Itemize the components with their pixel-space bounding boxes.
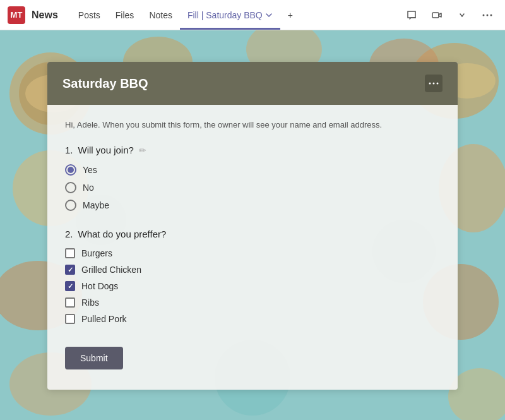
pencil-icon: ✏ <box>139 145 146 155</box>
checkbox-hot-dogs-box[interactable] <box>65 281 75 291</box>
form-notice: Hi, Adele. When you submit this form, th… <box>65 120 440 129</box>
chat-icon[interactable] <box>401 5 422 25</box>
submit-button[interactable]: Submit <box>65 347 123 369</box>
checkbox-hot-dogs[interactable]: Hot Dogs <box>65 281 440 291</box>
checkbox-ribs-box[interactable] <box>65 297 75 308</box>
radio-yes[interactable]: Yes <box>65 164 440 176</box>
checkbox-burgers-label: Burgers <box>81 248 112 258</box>
svg-point-22 <box>433 83 435 85</box>
question-1-label: 1. Will you join? ✏ <box>65 145 440 155</box>
radio-no[interactable]: No <box>65 182 440 193</box>
checkbox-pulled-pork[interactable]: Pulled Pork <box>65 314 440 324</box>
checkbox-pulled-pork-label: Pulled Pork <box>81 314 127 324</box>
form-container: Saturday BBQ Hi, Adele. When you submit … <box>47 62 458 390</box>
nav-item-fill[interactable]: Fill | Saturday BBQ <box>180 0 280 30</box>
checkbox-grilled-chicken-label: Grilled Chicken <box>81 265 141 275</box>
checkbox-burgers-box[interactable] <box>65 248 75 258</box>
form-body: Hi, Adele. When you submit this form, th… <box>47 105 458 390</box>
svg-point-23 <box>437 83 439 85</box>
svg-point-3 <box>490 14 492 16</box>
topbar-actions <box>401 5 497 25</box>
radio-maybe-circle[interactable] <box>65 200 76 211</box>
nav-item-notes[interactable]: Notes <box>141 0 180 30</box>
svg-rect-0 <box>432 13 439 18</box>
checkbox-ribs[interactable]: Ribs <box>65 297 440 308</box>
top-nav: Posts Files Notes Fill | Saturday BBQ + <box>71 0 300 30</box>
question-2: 2. What do you preffer? Burgers Grilled … <box>65 229 440 324</box>
radio-maybe[interactable]: Maybe <box>65 200 440 211</box>
nav-item-add[interactable]: + <box>280 0 300 30</box>
question-2-label: 2. What do you preffer? <box>65 229 440 239</box>
chevron-down-icon <box>265 11 273 19</box>
app-title: News <box>32 9 58 21</box>
form-header: Saturday BBQ <box>47 62 458 105</box>
topbar: MT News Posts Files Notes Fill | Saturda… <box>0 0 505 30</box>
radio-yes-label: Yes <box>83 165 97 175</box>
svg-point-1 <box>483 14 485 16</box>
nav-item-posts[interactable]: Posts <box>71 0 108 30</box>
checkbox-grilled-chicken-box[interactable] <box>65 265 75 275</box>
checkbox-burgers[interactable]: Burgers <box>65 248 440 258</box>
radio-maybe-label: Maybe <box>83 200 109 210</box>
chevron-down-video-icon[interactable] <box>452 5 472 25</box>
form-title: Saturday BBQ <box>62 76 148 91</box>
question-1: 1. Will you join? ✏ Yes No Maybe <box>65 145 440 211</box>
checkbox-pulled-pork-box[interactable] <box>65 314 75 324</box>
svg-point-2 <box>487 14 489 16</box>
form-more-button[interactable] <box>425 75 443 92</box>
checkbox-ribs-label: Ribs <box>81 297 99 308</box>
radio-no-circle[interactable] <box>65 182 76 193</box>
app-icon: MT <box>8 6 25 24</box>
radio-yes-circle[interactable] <box>65 164 76 176</box>
video-icon[interactable] <box>427 5 447 25</box>
radio-no-label: No <box>83 183 94 193</box>
page-background: Saturday BBQ Hi, Adele. When you submit … <box>0 30 505 420</box>
nav-item-files[interactable]: Files <box>108 0 142 30</box>
checkbox-hot-dogs-label: Hot Dogs <box>81 281 118 291</box>
more-options-icon[interactable] <box>477 5 497 25</box>
checkbox-grilled-chicken[interactable]: Grilled Chicken <box>65 265 440 275</box>
svg-point-21 <box>429 83 431 85</box>
